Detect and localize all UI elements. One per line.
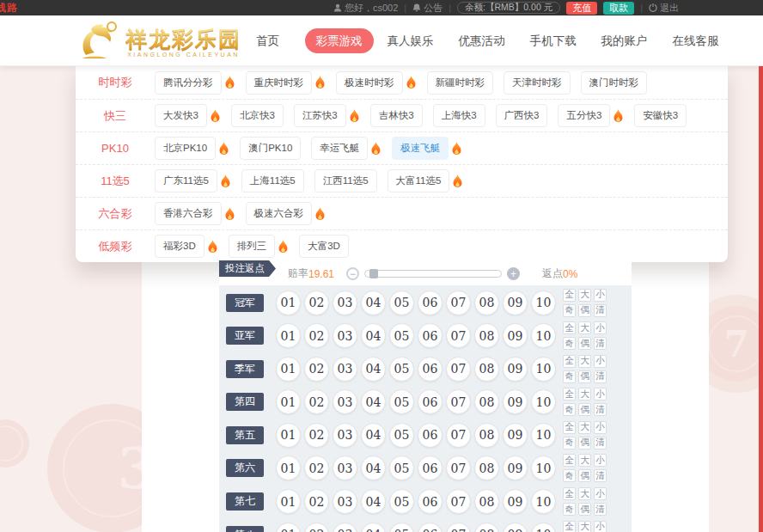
nav-item-lottery[interactable]: 彩票游戏 <box>303 34 375 49</box>
quick-all[interactable]: 全 <box>563 355 576 368</box>
ball-01[interactable]: 01 <box>276 290 301 315</box>
lottery-item[interactable]: 江西11选5 <box>314 169 377 193</box>
ball-10[interactable]: 10 <box>531 323 556 348</box>
ball-06[interactable]: 06 <box>418 290 443 315</box>
nav-item-promo[interactable]: 优惠活动 <box>446 34 517 49</box>
lottery-item[interactable]: 澳门PK10 <box>240 137 301 160</box>
lottery-item[interactable]: 上海11选5 <box>241 169 304 193</box>
ball-09[interactable]: 09 <box>503 290 528 315</box>
quick-clear[interactable]: 清 <box>594 403 607 416</box>
ball-05[interactable]: 05 <box>389 389 414 414</box>
ball-02[interactable]: 02 <box>304 456 329 480</box>
lottery-item[interactable]: 排列三 <box>229 235 290 258</box>
rebate-plus-button[interactable]: + <box>507 267 520 280</box>
ball-06[interactable]: 06 <box>418 357 443 382</box>
ball-04[interactable]: 04 <box>361 290 386 315</box>
ball-09[interactable]: 09 <box>503 423 528 448</box>
quick-even[interactable]: 偶 <box>578 437 591 449</box>
lottery-item[interactable]: 腾讯分分彩 <box>155 71 235 95</box>
lottery-item[interactable]: 吉林快3 <box>370 104 423 127</box>
lottery-item[interactable]: 北京快3 <box>231 104 284 127</box>
lottery-item[interactable]: 极速飞艇 <box>392 137 462 160</box>
quick-odd[interactable]: 奇 <box>563 437 576 449</box>
ball-02[interactable]: 02 <box>304 357 329 382</box>
ball-02[interactable]: 02 <box>304 290 329 315</box>
ball-03[interactable]: 03 <box>333 423 357 448</box>
nav-item-home[interactable]: 首页 <box>232 34 303 49</box>
ball-10[interactable]: 10 <box>531 357 556 382</box>
ball-07[interactable]: 07 <box>446 489 471 514</box>
ball-05[interactable]: 05 <box>389 523 414 532</box>
ball-09[interactable]: 09 <box>503 523 528 532</box>
ball-03[interactable]: 03 <box>333 523 357 532</box>
ball-08[interactable]: 08 <box>474 423 499 448</box>
ball-05[interactable]: 05 <box>389 323 414 348</box>
ball-08[interactable]: 08 <box>474 523 499 532</box>
ball-10[interactable]: 10 <box>531 523 556 532</box>
quick-even[interactable]: 偶 <box>578 370 591 383</box>
ball-03[interactable]: 03 <box>333 489 357 514</box>
quick-small[interactable]: 小 <box>594 388 607 401</box>
ball-01[interactable]: 01 <box>276 489 301 514</box>
lottery-item[interactable]: 大发快3 <box>155 104 221 127</box>
ball-05[interactable]: 05 <box>389 423 414 448</box>
ball-07[interactable]: 07 <box>446 357 471 382</box>
quick-small[interactable]: 小 <box>594 289 607 302</box>
ball-09[interactable]: 09 <box>503 489 528 514</box>
quick-all[interactable]: 全 <box>563 521 576 532</box>
quick-clear[interactable]: 清 <box>594 469 607 482</box>
ball-03[interactable]: 03 <box>333 456 357 480</box>
withdraw-button[interactable]: 取款 <box>603 2 634 15</box>
quick-all[interactable]: 全 <box>563 487 576 500</box>
rebate-slider[interactable] <box>364 270 502 278</box>
quick-odd[interactable]: 奇 <box>563 403 576 416</box>
lottery-item[interactable]: 新疆时时彩 <box>427 71 494 95</box>
quick-odd[interactable]: 奇 <box>563 304 576 317</box>
rebate-slider-handle[interactable] <box>369 269 378 278</box>
quick-small[interactable]: 小 <box>594 355 607 368</box>
lottery-item[interactable]: 安徽快3 <box>634 104 687 127</box>
lottery-item[interactable]: 广西快3 <box>496 104 548 127</box>
ball-04[interactable]: 04 <box>361 323 386 348</box>
lottery-item[interactable]: 极速时时彩 <box>336 71 417 95</box>
quick-big[interactable]: 大 <box>578 321 591 334</box>
quick-clear[interactable]: 清 <box>594 437 607 449</box>
nav-item-live[interactable]: 真人娱乐 <box>375 34 446 49</box>
ball-02[interactable]: 02 <box>304 523 329 532</box>
ball-07[interactable]: 07 <box>446 523 471 532</box>
lottery-item[interactable]: 上海快3 <box>433 104 485 127</box>
ball-05[interactable]: 05 <box>389 489 414 514</box>
ball-01[interactable]: 01 <box>276 423 301 448</box>
ball-10[interactable]: 10 <box>531 456 556 480</box>
ball-03[interactable]: 03 <box>333 389 357 414</box>
ball-08[interactable]: 08 <box>474 290 499 315</box>
quick-even[interactable]: 偶 <box>578 304 591 317</box>
lottery-item[interactable]: 极速六合彩 <box>246 202 327 225</box>
quick-small[interactable]: 小 <box>594 487 607 500</box>
ball-04[interactable]: 04 <box>361 389 386 414</box>
deposit-button[interactable]: 充值 <box>566 2 597 15</box>
ball-06[interactable]: 06 <box>418 389 443 414</box>
nav-item-account[interactable]: 我的账户 <box>589 34 660 49</box>
ball-05[interactable]: 05 <box>389 456 414 480</box>
lottery-item[interactable]: 五分快3 <box>558 104 624 127</box>
ball-08[interactable]: 08 <box>474 389 499 414</box>
lottery-item[interactable]: 幸运飞艇 <box>311 137 382 160</box>
quick-odd[interactable]: 奇 <box>563 503 576 516</box>
ball-05[interactable]: 05 <box>389 357 414 382</box>
ball-03[interactable]: 03 <box>333 290 357 315</box>
quick-even[interactable]: 偶 <box>578 403 591 416</box>
quick-big[interactable]: 大 <box>578 421 591 434</box>
lottery-item[interactable]: 大富11选5 <box>388 169 464 193</box>
ball-10[interactable]: 10 <box>531 290 556 315</box>
quick-even[interactable]: 偶 <box>578 503 591 516</box>
ball-09[interactable]: 09 <box>503 389 528 414</box>
ball-02[interactable]: 02 <box>304 423 329 448</box>
quick-all[interactable]: 全 <box>563 321 576 334</box>
quick-even[interactable]: 偶 <box>578 337 591 350</box>
ball-05[interactable]: 05 <box>389 290 414 315</box>
ball-04[interactable]: 04 <box>361 523 386 532</box>
ball-06[interactable]: 06 <box>418 523 443 532</box>
quick-clear[interactable]: 清 <box>594 304 607 317</box>
ball-08[interactable]: 08 <box>474 323 499 348</box>
